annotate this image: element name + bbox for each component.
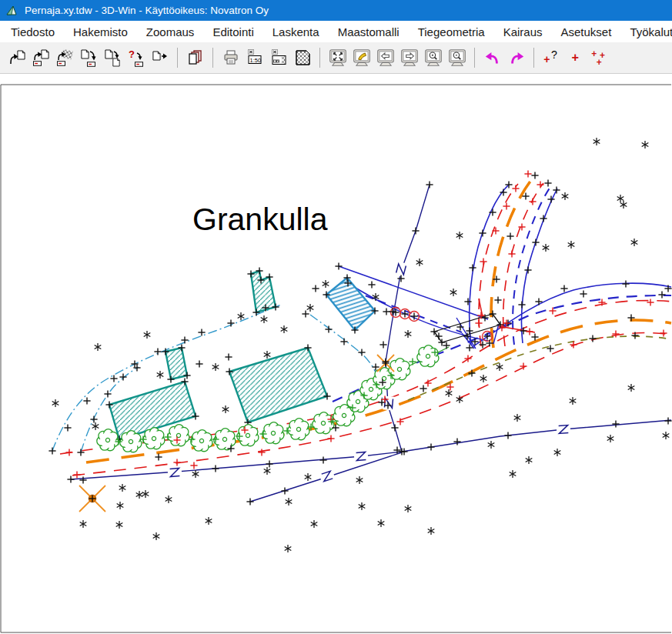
- plus-mark: [430, 328, 437, 335]
- survey-point-asterisk: [136, 491, 143, 499]
- read-file-format-button[interactable]: [52, 46, 76, 69]
- zoom-pointer-icon: [352, 48, 372, 68]
- menu-tiegeometria[interactable]: Tiegeometria: [409, 25, 494, 38]
- survey-point-asterisk: [281, 325, 288, 333]
- menu-asetukset[interactable]: Asetukset: [552, 25, 621, 38]
- pan-left-icon: [376, 48, 396, 68]
- plus-mark: [453, 438, 460, 445]
- read-file-format-icon: [55, 48, 74, 67]
- survey-point-asterisk: [480, 375, 487, 382]
- save-file-part-button[interactable]: [148, 46, 172, 69]
- fill-settings-button[interactable]: [290, 46, 314, 69]
- plus-mark: [83, 397, 90, 404]
- toolbar-separator: [533, 48, 534, 68]
- well-circle-symbol: [483, 332, 493, 342]
- survey-point-asterisk: [323, 280, 329, 288]
- scale-setting-button[interactable]: 1:50: [242, 46, 266, 69]
- survey-point-asterisk: [264, 351, 271, 359]
- print-icon: [222, 48, 240, 67]
- add-point-query-button[interactable]: + ?: [540, 46, 563, 69]
- svg-text:?: ?: [550, 48, 557, 61]
- read-file-options-button[interactable]: [28, 46, 52, 69]
- fence-z-symbol: [167, 466, 182, 479]
- print-button[interactable]: [219, 46, 242, 69]
- plus-mark: [212, 465, 219, 472]
- plus-mark: [281, 487, 288, 494]
- zoom-pointer-button[interactable]: [349, 46, 373, 69]
- map-canvas[interactable]: Grankulla: [0, 74, 672, 634]
- map-drawing[interactable]: Grankulla: [0, 74, 672, 634]
- plus-mark: [479, 229, 486, 236]
- add-points-multi-button[interactable]: + + +: [587, 46, 611, 69]
- save-file-button[interactable]: [76, 46, 100, 69]
- plus-mark: [379, 341, 386, 348]
- fence-z-symbol: [319, 469, 335, 484]
- undo-button[interactable]: [480, 46, 504, 69]
- survey-point-asterisk: [562, 192, 569, 200]
- well-circle-symbol: [400, 309, 410, 319]
- tree-symbol: [191, 430, 212, 452]
- plus-mark: [503, 202, 510, 209]
- menu-tiedosto[interactable]: Tiedosto: [2, 25, 64, 38]
- survey-point-asterisk: [456, 232, 463, 239]
- zoom-out-button[interactable]: [445, 46, 469, 69]
- plus-mark: [612, 420, 619, 427]
- plus-mark: [438, 339, 445, 345]
- save-file-query-button[interactable]: ?: [124, 46, 148, 69]
- survey-point-asterisk: [378, 519, 385, 527]
- fence-z-symbol: [353, 450, 368, 462]
- tree-symbol: [120, 431, 142, 452]
- survey-point-asterisk: [305, 473, 312, 481]
- plus-mark: [190, 462, 197, 469]
- survey-point-asterisk: [568, 241, 575, 249]
- page-setup-button[interactable]: [266, 46, 290, 69]
- plus-mark: [529, 198, 536, 205]
- survey-point-asterisk: [116, 521, 123, 529]
- copy-window-button[interactable]: [183, 46, 207, 69]
- menu-maastomalli[interactable]: Maastomalli: [329, 25, 409, 38]
- survey-point-asterisk: [446, 389, 453, 397]
- survey-point-asterisk: [222, 405, 229, 413]
- menu-hakemisto[interactable]: Hakemisto: [64, 25, 137, 38]
- survey-point-asterisk: [642, 141, 649, 148]
- plus-mark: [420, 385, 426, 392]
- zoom-all-button[interactable]: [326, 46, 349, 69]
- menu-zoomaus[interactable]: Zoomaus: [137, 25, 204, 38]
- survey-point-asterisk: [631, 239, 638, 246]
- survey-point-asterisk: [593, 138, 600, 145]
- scale-setting-icon: 1:50: [246, 48, 264, 67]
- plus-mark: [73, 471, 80, 478]
- menu-tyokalut[interactable]: Työkalut: [620, 25, 672, 38]
- tree-symbol: [97, 429, 119, 451]
- read-file-button[interactable]: [5, 46, 28, 69]
- survey-point-asterisk: [117, 502, 124, 509]
- add-point-button[interactable]: +: [563, 46, 587, 69]
- plus-mark: [518, 301, 525, 308]
- page-setup-icon: [269, 48, 288, 67]
- survey-point-asterisk: [607, 435, 614, 442]
- plus-mark: [524, 266, 531, 273]
- plus-mark: [622, 280, 629, 287]
- menu-laskenta[interactable]: Laskenta: [263, 25, 329, 38]
- survey-point-asterisk: [510, 470, 517, 478]
- plus-mark: [335, 262, 342, 269]
- fence-right-line: [402, 420, 671, 452]
- survey-point-asterisk: [450, 289, 457, 296]
- copy-window-icon: [186, 48, 205, 67]
- read-file-icon: [8, 48, 26, 67]
- save-file-as-icon: [103, 48, 122, 67]
- survey-point-asterisk: [264, 467, 271, 475]
- toolbar: ? 1:5: [0, 42, 672, 74]
- menu-editointi[interactable]: Editointi: [203, 25, 262, 38]
- survey-point-asterisk: [142, 490, 149, 498]
- toolbar-separator: [474, 48, 475, 68]
- pan-left-button[interactable]: [373, 46, 397, 69]
- menu-kairaus[interactable]: Kairaus: [494, 25, 552, 38]
- plus-mark: [312, 285, 319, 292]
- redo-button[interactable]: [504, 46, 528, 69]
- pan-right-button[interactable]: [397, 46, 421, 69]
- survey-point-asterisk: [153, 532, 160, 540]
- plus-mark: [489, 209, 496, 215]
- zoom-in-button[interactable]: [421, 46, 445, 69]
- save-file-as-button[interactable]: [100, 46, 124, 69]
